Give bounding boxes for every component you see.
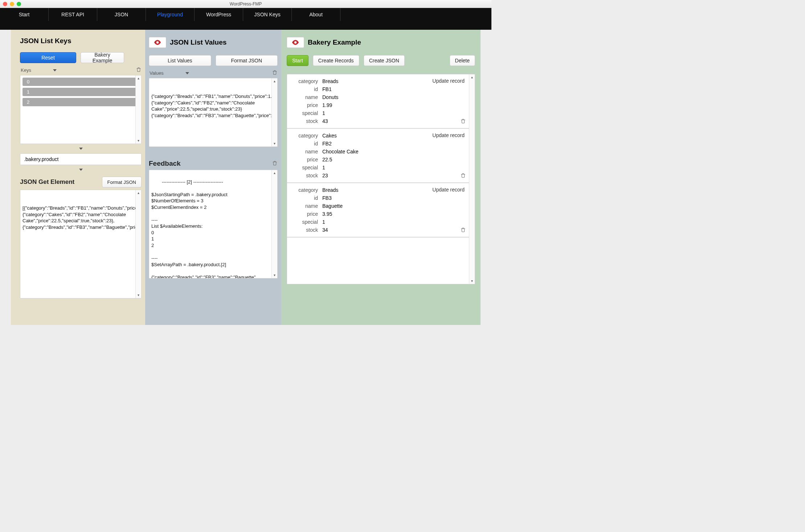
record-field-label: stock xyxy=(291,227,318,233)
chevron-down-icon[interactable] xyxy=(53,69,57,71)
record-field-label: special xyxy=(291,110,318,116)
format-json-button[interactable]: Format JSON xyxy=(102,177,142,187)
scroll-down-icon[interactable]: ▾ xyxy=(274,273,275,277)
key-item[interactable]: 1 xyxy=(23,88,139,96)
record-field-value: 3.95 xyxy=(322,211,332,217)
scrollbar[interactable]: ▴ ▾ xyxy=(271,170,277,278)
scroll-up-icon[interactable]: ▴ xyxy=(274,171,275,175)
scrollbar[interactable]: ▴ ▾ xyxy=(271,78,277,147)
record-field-value: Chocolate Cake xyxy=(322,149,359,154)
record-field-value: FB1 xyxy=(322,86,332,92)
feedback-section: Feedback --------------- [2] -----------… xyxy=(149,160,278,279)
json-path-input[interactable] xyxy=(20,153,142,165)
key-item[interactable]: 0 xyxy=(23,78,139,86)
record-field-value: 1 xyxy=(322,110,325,116)
nav-tab-start[interactable]: Start xyxy=(0,8,49,21)
list-values-button[interactable]: List Values xyxy=(149,55,211,66)
get-element-output[interactable]: [{"category":"Breads","id":"FB1","name":… xyxy=(20,190,142,298)
record-field-value: FB2 xyxy=(322,141,332,147)
record-row: Update recordcategoryBreadsidFB1nameDonu… xyxy=(287,74,475,129)
top-nav: Start REST API JSON Playground WordPress… xyxy=(0,8,491,30)
record-field-value: Donuts xyxy=(322,94,338,100)
chevron-down-icon[interactable] xyxy=(185,72,189,74)
scroll-up-icon[interactable]: ▴ xyxy=(471,75,473,79)
nav-tab-json-keys[interactable]: JSON Keys xyxy=(243,8,292,21)
panel-json-list-values: JSON List Values List Values Format JSON… xyxy=(145,30,281,325)
record-field-value: 1 xyxy=(322,165,325,170)
start-button[interactable]: Start xyxy=(287,55,308,66)
record-field-value: 1 xyxy=(322,219,325,225)
window-title: WordPress-FMP xyxy=(230,1,262,7)
scroll-up-icon[interactable]: ▴ xyxy=(138,77,139,80)
values-text: {"category":"Breads","id":"FB1","name":"… xyxy=(151,94,278,118)
record-field-value: 1.99 xyxy=(322,102,332,108)
update-record-link[interactable]: Update record xyxy=(432,187,465,193)
records-panel: Update recordcategoryBreadsidFB1nameDonu… xyxy=(287,74,475,284)
scroll-down-icon[interactable]: ▾ xyxy=(138,293,139,297)
scrollbar[interactable]: ▴ ▾ xyxy=(469,74,475,284)
scrollbar[interactable]: ▴ ▾ xyxy=(135,75,141,144)
trash-icon[interactable] xyxy=(272,70,278,77)
record-field-label: name xyxy=(291,94,318,100)
record-field-label: special xyxy=(291,219,318,225)
scroll-up-icon[interactable]: ▴ xyxy=(138,191,139,195)
heading-feedback: Feedback xyxy=(149,160,181,168)
scroll-down-icon[interactable]: ▾ xyxy=(138,139,139,143)
heading-json-list-values: JSON List Values xyxy=(170,38,226,46)
eye-icon[interactable] xyxy=(149,37,166,48)
keys-listbox[interactable]: 0 1 2 ▴ ▾ xyxy=(20,75,142,144)
values-output[interactable]: {"category":"Breads","id":"FB1","name":"… xyxy=(149,78,278,147)
keys-label: Keys xyxy=(21,67,31,73)
key-item[interactable]: 2 xyxy=(23,98,139,106)
record-field-label: category xyxy=(291,187,318,193)
keys-header: Keys xyxy=(21,67,142,74)
delete-button[interactable]: Delete xyxy=(450,55,475,66)
record-field-label: price xyxy=(291,211,318,217)
close-window-button[interactable] xyxy=(3,2,7,6)
eye-icon[interactable] xyxy=(287,37,304,48)
record-field-value: 23 xyxy=(322,173,328,178)
feedback-output[interactable]: --------------- [2] ------------------- … xyxy=(149,170,278,279)
record-field-label: id xyxy=(291,86,318,92)
scroll-down-icon[interactable]: ▾ xyxy=(471,279,473,283)
trash-icon[interactable] xyxy=(460,118,466,125)
record-field-label: stock xyxy=(291,118,318,124)
nav-tab-json[interactable]: JSON xyxy=(97,8,146,21)
nav-tab-about[interactable]: About xyxy=(292,8,340,21)
nav-tab-rest-api[interactable]: REST API xyxy=(49,8,97,21)
create-json-button[interactable]: Create JSON xyxy=(364,55,405,66)
record-field-label: id xyxy=(291,141,318,147)
feedback-text: --------------- [2] ------------------- … xyxy=(151,179,257,279)
chevron-down-icon[interactable] xyxy=(79,148,83,150)
trash-icon[interactable] xyxy=(136,67,142,74)
record-field-label: category xyxy=(291,78,318,84)
update-record-link[interactable]: Update record xyxy=(432,132,465,138)
scrollbar[interactable]: ▴ ▾ xyxy=(135,190,141,298)
nav-tabs: Start REST API JSON Playground WordPress… xyxy=(0,8,340,30)
record-field-value: FB3 xyxy=(322,195,332,201)
record-field-label: stock xyxy=(291,173,318,178)
record-field-label: price xyxy=(291,102,318,108)
update-record-link[interactable]: Update record xyxy=(432,78,465,84)
record-field-label: special xyxy=(291,165,318,170)
trash-icon[interactable] xyxy=(460,173,466,180)
panel-bakery-example: Bakery Example Start Create Records Crea… xyxy=(281,30,481,325)
minimize-window-button[interactable] xyxy=(10,2,14,6)
reset-button[interactable]: Reset xyxy=(20,52,76,63)
record-field-label: id xyxy=(291,195,318,201)
panel-json-list-keys: JSON List Keys Reset Bakery Example Keys… xyxy=(11,30,145,325)
nav-tab-wordpress[interactable]: WordPress xyxy=(195,8,243,21)
record-field-value: Cakes xyxy=(322,133,337,139)
record-field-value: Baguette xyxy=(322,203,343,209)
create-records-button[interactable]: Create Records xyxy=(313,55,359,66)
bakery-example-button[interactable]: Bakery Example xyxy=(81,52,124,63)
nav-tab-playground[interactable]: Playground xyxy=(146,8,195,21)
format-json-button[interactable]: Format JSON xyxy=(216,55,278,66)
chevron-down-icon[interactable] xyxy=(79,169,83,171)
scroll-down-icon[interactable]: ▾ xyxy=(274,142,275,145)
trash-icon[interactable] xyxy=(272,160,278,167)
zoom-window-button[interactable] xyxy=(17,2,21,6)
record-field-label: name xyxy=(291,149,318,154)
trash-icon[interactable] xyxy=(460,227,466,234)
scroll-up-icon[interactable]: ▴ xyxy=(274,79,275,83)
